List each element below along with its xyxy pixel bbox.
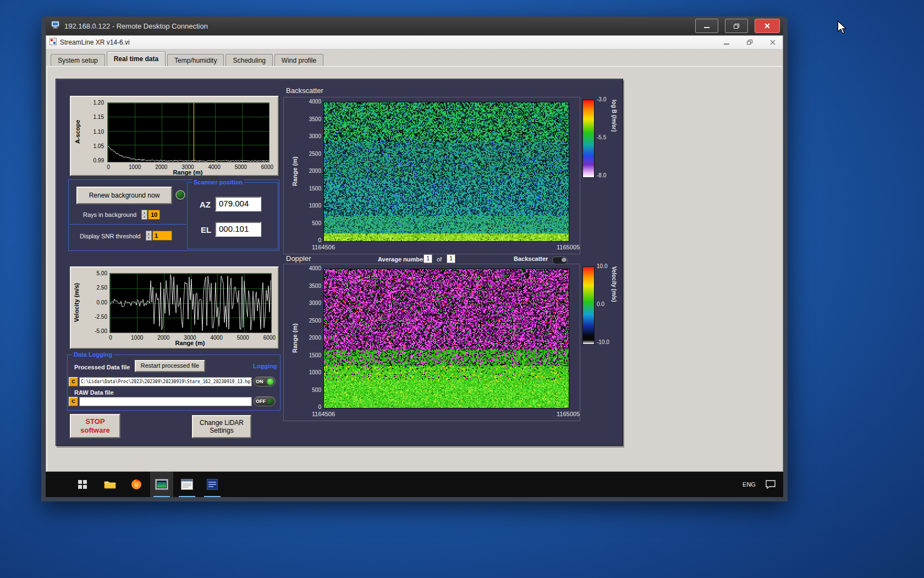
rdp-minimize-button[interactable] xyxy=(695,19,718,33)
rdp-close-button[interactable] xyxy=(755,19,780,33)
raw-path-field[interactable] xyxy=(79,397,252,406)
doppler-ytick: 2500 xyxy=(301,318,321,324)
backscatter-ytick: 3000 xyxy=(301,134,321,139)
ascope-y-axis-label: A-scope xyxy=(74,102,81,161)
data-logging-panel: Data Logging Processed Data file Restart… xyxy=(67,355,280,411)
scan-scheduler-icon[interactable] xyxy=(175,472,199,497)
backscatter-colorbar-gradient xyxy=(582,100,595,178)
rays-value-field[interactable]: 10 xyxy=(148,210,160,220)
tab-real-time-data[interactable]: Real time data xyxy=(107,51,166,66)
remote-screen: StreamLine XR v14-6.vi System setup Real… xyxy=(46,35,783,497)
average-total-field[interactable]: 1 xyxy=(447,254,455,263)
backscatter-title: Backscatter xyxy=(286,86,323,95)
rays-spinner[interactable] xyxy=(141,210,147,220)
doppler-backscatter-toggle[interactable] xyxy=(552,257,568,264)
app-icon xyxy=(50,38,57,47)
backscatter-colorbar: -3.0 -5.5 -8.0 log B (/m/sr) xyxy=(582,97,626,181)
app-titlebar[interactable]: StreamLine XR v14-6.vi xyxy=(46,36,783,50)
velocity-graph-frame: Velocity (m/s) 5.00 2.50 0.00 -2.50 -5.0… xyxy=(70,266,279,349)
taskbar: ENG xyxy=(46,472,783,497)
app-content: A-scope 1.20 1.15 1.10 1.05 0.99 0 xyxy=(46,67,783,471)
stop-software-button[interactable]: STOP software xyxy=(70,414,120,438)
rays-in-background-label: Rays in background xyxy=(83,211,136,218)
ascope-plot[interactable] xyxy=(107,102,270,162)
el-label: EL xyxy=(201,225,211,235)
ascope-graph-frame: A-scope 1.20 1.15 1.10 1.05 0.99 0 xyxy=(70,96,279,176)
backscatter-ytick: 4000 xyxy=(301,99,321,105)
of-label: of xyxy=(437,256,442,263)
document-app-icon[interactable] xyxy=(201,472,224,497)
doppler-ytick: 500 xyxy=(301,388,321,393)
velocity-ytick: 0.00 xyxy=(85,300,107,306)
velocity-y-axis-label: Velocity (m/s) xyxy=(73,273,80,332)
snr-spinner[interactable] xyxy=(146,231,152,241)
change-lidar-settings-button[interactable]: Change LiDAR Settings xyxy=(192,415,251,438)
snr-value-field[interactable]: 1 xyxy=(152,231,172,241)
processed-path-browse-button[interactable]: C xyxy=(69,377,78,386)
file-explorer-icon[interactable] xyxy=(98,472,122,497)
renew-background-button[interactable]: Renew background now xyxy=(76,187,172,204)
scanner-position-title: Scanner position xyxy=(192,179,244,186)
rdp-restore-button[interactable] xyxy=(725,19,748,33)
backscatter-colorbar-label: log B (/m/sr) xyxy=(611,100,617,177)
doppler-ytick: 1000 xyxy=(301,370,321,375)
start-button[interactable] xyxy=(71,472,94,497)
tab-scheduling[interactable]: Scheduling xyxy=(226,54,272,66)
rdp-titlebar[interactable]: 192.168.0.122 - Remote Desktop Connectio… xyxy=(46,17,783,35)
processed-path-field[interactable]: C:\Lidar\Data\Proc\2023\202309\20230919\… xyxy=(79,377,252,386)
language-indicator[interactable]: ENG xyxy=(739,472,759,497)
ascope-ytick: 1.15 xyxy=(84,114,104,120)
doppler-ytick: 0 xyxy=(301,405,321,410)
backscatter-graph: Range (m) 4000 3500 3000 2500 2000 1500 … xyxy=(283,97,580,254)
rdp-window-title: 192.168.0.122 - Remote Desktop Connectio… xyxy=(64,22,689,30)
firefox-icon[interactable] xyxy=(125,472,148,497)
doppler-heatmap xyxy=(323,269,569,408)
doppler-colorbar-label: Velocity (m/s) xyxy=(611,266,617,343)
doppler-colorbar-gradient xyxy=(582,266,595,345)
raw-logging-led xyxy=(267,399,273,405)
backscatter-ytick: 3500 xyxy=(301,117,321,122)
doppler-title: Doppler xyxy=(286,254,311,263)
data-logging-title: Data Logging xyxy=(72,351,114,358)
backscatter-ytick: 1500 xyxy=(301,186,321,192)
rdp-window: 192.168.0.122 - Remote Desktop Connectio… xyxy=(41,17,788,501)
doppler-ytick: 1500 xyxy=(301,353,321,358)
backscatter-ytick: 2500 xyxy=(301,151,321,157)
tab-wind-profile[interactable]: Wind profile xyxy=(274,54,323,66)
app-close-button[interactable] xyxy=(763,36,783,49)
velocity-x-axis-label: Range (m) xyxy=(109,340,271,346)
doppler-x-start: 1164506 xyxy=(312,411,335,417)
raw-data-file-label: RAW Data file xyxy=(74,389,114,396)
main-panel: A-scope 1.20 1.15 1.10 1.05 0.99 0 xyxy=(56,79,623,446)
doppler-ytick: 2000 xyxy=(301,335,321,341)
background-controls-panel: Renew background now Rays in background … xyxy=(68,179,279,251)
processed-logging-led xyxy=(267,379,273,385)
az-label: AZ xyxy=(200,200,211,209)
notification-icon[interactable] xyxy=(761,472,780,497)
processed-logging-toggle[interactable]: ON xyxy=(254,377,276,386)
tab-temp-humidity[interactable]: Temp/humidity xyxy=(167,54,224,66)
backscatter-x-end: 1165005 xyxy=(557,244,580,250)
doppler-ytick: 3000 xyxy=(301,301,321,306)
average-number-field[interactable]: 1 xyxy=(424,254,432,263)
backscatter-y-axis-label: Range (m) xyxy=(292,102,298,241)
doppler-ytick: 4000 xyxy=(301,266,321,271)
streamline-app-taskbar-icon[interactable] xyxy=(150,472,173,497)
restart-processed-file-button[interactable]: Restart processed file xyxy=(135,360,205,372)
desktop: 192.168.0.122 - Remote Desktop Connectio… xyxy=(0,0,924,578)
velocity-ytick: -2.50 xyxy=(85,314,107,320)
app-minimize-button[interactable] xyxy=(717,36,736,49)
el-value-field[interactable]: 000.101 xyxy=(215,222,261,237)
backscatter-ytick: 2000 xyxy=(301,168,321,174)
az-value-field[interactable]: 079.004 xyxy=(215,197,261,211)
backscatter-ytick: 0 xyxy=(301,238,321,243)
controls-divider xyxy=(69,224,186,225)
remote-desktop-icon xyxy=(51,21,60,31)
raw-logging-toggle[interactable]: OFF xyxy=(254,396,276,406)
tab-system-setup[interactable]: System setup xyxy=(51,54,105,66)
raw-path-browse-button[interactable]: C xyxy=(69,397,78,406)
processed-data-file-label: Processed Data file xyxy=(74,364,130,370)
doppler-colorbar: 10.0 0.0 -10.0 Velocity (m/s) xyxy=(582,264,626,347)
app-restore-button[interactable] xyxy=(740,36,760,49)
scanner-position-panel: Scanner position AZ 079.004 EL 000.101 xyxy=(187,182,278,249)
